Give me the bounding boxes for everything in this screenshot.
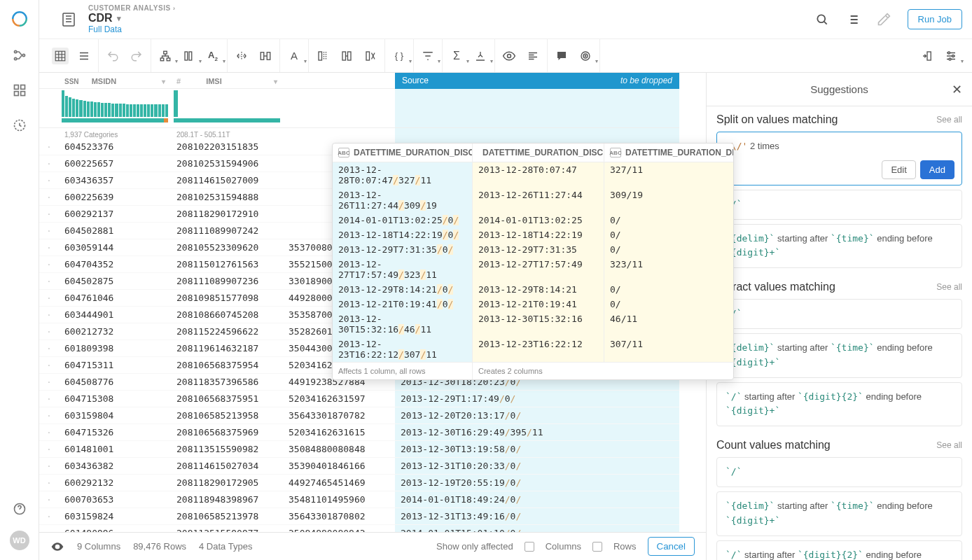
cell-msidn[interactable]: 604715308 xyxy=(59,391,171,407)
cell-msidn[interactable]: 600225657 xyxy=(59,155,171,172)
delete-column-button[interactable] xyxy=(362,48,379,64)
undo-button[interactable] xyxy=(104,48,121,64)
redo-button[interactable] xyxy=(128,48,145,64)
structure-button[interactable]: ▾ xyxy=(157,48,174,64)
columns-button[interactable]: ▾ xyxy=(181,48,197,64)
suggestion-item[interactable]: `/` xyxy=(716,190,962,220)
columns-checkbox[interactable] xyxy=(525,542,534,552)
cell-msidn[interactable]: 604761046 xyxy=(59,290,171,307)
cell-imsi[interactable]: 208106568375954 xyxy=(171,357,283,374)
cell-msidn[interactable]: 604502875 xyxy=(59,273,171,290)
cell-imsi[interactable]: 208113515590977 xyxy=(171,525,283,532)
cell-msidn[interactable]: 601480996 xyxy=(59,525,171,532)
split-button[interactable] xyxy=(233,48,250,64)
filter-button[interactable]: ▾ xyxy=(419,48,436,64)
cell-extra[interactable]: 35643301870782 xyxy=(283,407,395,424)
suggestion-item[interactable]: `/` starting after `{digit}{2}` ending b… xyxy=(716,540,962,560)
join-button[interactable]: ▾ xyxy=(472,48,489,64)
cell-imsi[interactable]: 208106568375969 xyxy=(171,424,283,441)
cell-source[interactable]: 2013-12-29T1:17:49/0/ xyxy=(395,391,679,407)
cell-imsi[interactable]: 208118290172910 xyxy=(171,206,283,223)
cell-msidn[interactable]: 601809398 xyxy=(59,340,171,357)
cell-imsi[interactable]: 208119614632187 xyxy=(171,340,283,357)
breadcrumb[interactable]: CUSTOMER ANALYSIS › xyxy=(88,4,175,12)
cell-msidn[interactable]: 603444901 xyxy=(59,307,171,323)
column-header-ssn[interactable]: SSN MSIDN▾ xyxy=(59,73,171,89)
cell-source[interactable]: 2013-12-31T13:49:16/0/ xyxy=(395,508,679,525)
comment-button[interactable] xyxy=(553,48,570,64)
grid-apps-icon[interactable] xyxy=(12,83,27,98)
cell-msidn[interactable]: 603059144 xyxy=(59,239,171,256)
settings-sliders-button[interactable]: ▾ xyxy=(943,48,959,64)
cell-msidn[interactable]: 603159824 xyxy=(59,508,171,525)
flow-icon[interactable] xyxy=(12,48,27,63)
cancel-button[interactable]: Cancel xyxy=(648,537,695,556)
cell-msidn[interactable]: 603436357 xyxy=(59,172,171,189)
cell-imsi[interactable]: 208115012761563 xyxy=(171,256,283,273)
cell-source[interactable]: 2014-01-01T15:01:10/0/ xyxy=(395,525,679,532)
column-header-imsi[interactable]: #IMSI▾ xyxy=(171,73,283,89)
cell-extra[interactable]: 52034162631615 xyxy=(283,424,395,441)
cell-msidn[interactable]: 600703653 xyxy=(59,491,171,508)
cell-imsi[interactable]: 208118948398967 xyxy=(171,491,283,508)
cell-imsi[interactable]: 208114615027009 xyxy=(171,172,283,189)
cell-imsi[interactable]: 208118357396586 xyxy=(171,374,283,391)
goto-column-button[interactable] xyxy=(919,48,936,64)
cell-imsi[interactable]: 208114615027034 xyxy=(171,458,283,475)
suggestion-item[interactable]: `/` xyxy=(716,457,962,487)
list-view-button[interactable] xyxy=(76,48,92,64)
cell-imsi[interactable]: 208106585213978 xyxy=(171,508,283,525)
cell-source[interactable]: 2013-12-31T10:20:33/0/ xyxy=(395,458,679,475)
cell-msidn[interactable]: 604715311 xyxy=(59,357,171,374)
target-button[interactable]: ▾ xyxy=(577,48,594,64)
cell-msidn[interactable]: 604508776 xyxy=(59,374,171,391)
cell-extra[interactable]: 35643301870802 xyxy=(283,508,395,525)
cell-imsi[interactable]: 208113515590982 xyxy=(171,441,283,458)
eye-icon[interactable] xyxy=(50,540,64,554)
cell-msidn[interactable]: 601481001 xyxy=(59,441,171,458)
add-button[interactable]: Add xyxy=(920,160,954,179)
cell-msidn[interactable]: 604523376 xyxy=(59,139,171,155)
edit-column-button[interactable] xyxy=(338,48,355,64)
suggestion-item[interactable]: `/` xyxy=(716,299,962,329)
help-icon[interactable] xyxy=(12,501,27,517)
cell-extra[interactable]: 35084880080848 xyxy=(283,441,395,458)
cell-imsi[interactable]: 208109851577098 xyxy=(171,290,283,307)
cell-msidn[interactable]: 600212732 xyxy=(59,323,171,340)
suggestion-item[interactable]: `{delim}` starting after `{time}` ending… xyxy=(716,333,962,378)
suggestion-item[interactable]: `{delim}` starting after `{time}` ending… xyxy=(716,491,962,536)
see-all-link[interactable]: See all xyxy=(936,282,962,292)
cell-imsi[interactable]: 208102531594906 xyxy=(171,155,283,172)
cell-msidn[interactable]: 603436382 xyxy=(59,458,171,475)
full-data-link[interactable]: Full Data xyxy=(88,24,175,34)
cell-imsi[interactable]: 208102203151835 xyxy=(171,139,283,155)
cell-source[interactable]: 2013-12-19T20:55:19/0/ xyxy=(395,475,679,491)
close-icon[interactable]: ✕ xyxy=(952,82,962,97)
suggestion-item[interactable]: `/` starting after `{digit}{2}` ending b… xyxy=(716,382,962,427)
cell-extra[interactable]: 35084880080843 xyxy=(283,525,395,532)
cell-source[interactable]: 2014-01-01T18:49:24/0/ xyxy=(395,491,679,508)
list-icon[interactable] xyxy=(846,13,860,27)
cell-imsi[interactable]: 208102531594888 xyxy=(171,189,283,206)
run-job-button[interactable]: Run Job xyxy=(908,9,962,29)
text-format-button[interactable]: A▾ xyxy=(286,48,303,64)
merge-button[interactable] xyxy=(257,48,274,64)
see-all-link[interactable]: See all xyxy=(936,115,962,125)
cell-source[interactable]: 2013-12-30T13:19:58/0/ xyxy=(395,441,679,458)
cell-extra[interactable]: 35481101495960 xyxy=(283,491,395,508)
grid-view-button[interactable] xyxy=(52,48,69,64)
extract-button[interactable] xyxy=(314,48,331,64)
suggestion-item[interactable]: '\/' 2 times Edit Add xyxy=(716,132,962,186)
cell-imsi[interactable]: 208118290172905 xyxy=(171,475,283,491)
cell-imsi[interactable]: 208111089907242 xyxy=(171,223,283,239)
edit-button[interactable]: Edit xyxy=(882,160,915,179)
cell-msidn[interactable]: 600292137 xyxy=(59,206,171,223)
braces-button[interactable]: { }▾ xyxy=(391,48,408,64)
cell-source[interactable]: 2013-12-30T16:29:49/395/11 xyxy=(395,424,679,441)
cell-msidn[interactable]: 603159804 xyxy=(59,407,171,424)
cell-imsi[interactable]: 208111089907236 xyxy=(171,273,283,290)
cell-imsi[interactable]: 208106585213958 xyxy=(171,407,283,424)
cell-extra[interactable]: 35390401846166 xyxy=(283,458,395,475)
cell-imsi[interactable]: 208115224596622 xyxy=(171,323,283,340)
suggestion-item[interactable]: `{delim}` starting after `{time}` ending… xyxy=(716,224,962,269)
